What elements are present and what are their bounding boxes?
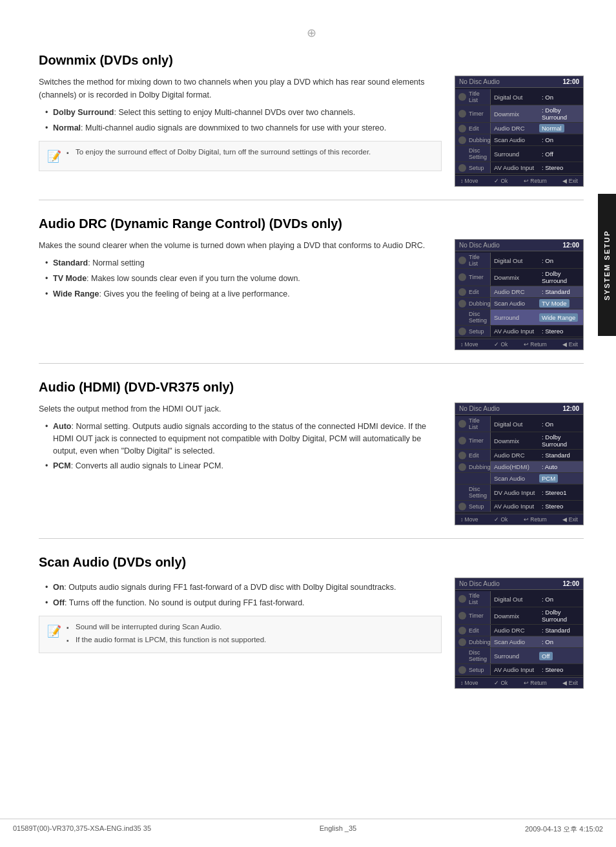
menu-row-content: Audio(HDMI): Auto [491, 461, 583, 472]
menu-row: TimerDownmix: Dolby Surround [455, 105, 583, 123]
menu-row-value-text: : On [539, 596, 553, 603]
menu-footer-item-return: ↩ Return [524, 178, 547, 184]
note-list: Sound will be interrupted during Scan Au… [67, 622, 266, 646]
menu-row-left: Disc Setting [455, 309, 491, 325]
menu-row-left: Timer [455, 432, 491, 449]
menu-row-value-text: : Stereo [539, 164, 563, 171]
menu-row: DubbingScan Audio: On [455, 636, 583, 648]
note-item: If the audio format is LPCM, this functi… [67, 634, 266, 645]
menu-row-value-text: : On [539, 421, 553, 428]
menu-icon [458, 463, 466, 471]
menu-row-content: Audio DRCNormal [491, 123, 583, 134]
menu-row-value-text: TV Mode [539, 299, 570, 308]
bullet-desc: : Normal setting. Outputs audio signals … [53, 422, 426, 455]
menu-row-content: AV Audio Input: Stereo [491, 664, 583, 675]
menu-left-label: Edit [469, 289, 479, 295]
note-icon: 📝 [47, 623, 61, 640]
menu-icon [458, 452, 466, 459]
menu-row-value-text: : Auto [539, 463, 557, 470]
note-list: To enjoy the surround effect of Dolby Di… [67, 147, 371, 158]
bullet-term: Dolby Surround [53, 108, 114, 117]
menu-row-left: Edit [455, 123, 491, 134]
top-decoration: ⊕ [39, 26, 584, 40]
menu-header-time: 12:00 [562, 405, 579, 412]
menu-row: SetupAV Audio Input: Stereo [455, 162, 583, 174]
menu-row-content: Digital Out: On [491, 253, 583, 268]
bullet-desc: : Gives you the feeling of being at a li… [99, 289, 289, 298]
menu-row-left: Timer [455, 607, 491, 624]
bullet-term: Standard [53, 258, 88, 267]
note-item: To enjoy the surround effect of Dolby Di… [67, 147, 371, 158]
menu-row-label-text: Surround [494, 151, 539, 158]
bullet-list: On: Outputs audio signals during FF1 fas… [45, 581, 442, 609]
section-scan-audio: Scan Audio (DVDs only)On: Outputs audio … [39, 555, 584, 702]
menu-row: Title ListDigital Out: On [455, 253, 583, 269]
menu-icon [458, 164, 466, 172]
menu-footer-item-ok: ✓ Ok [494, 178, 508, 184]
section-text: Switches the method for mixing down to t… [39, 76, 442, 171]
menu-row: Scan AudioPCM [455, 473, 583, 485]
menu-icon [458, 503, 466, 510]
menu-row-value-text: : On [539, 257, 553, 264]
menu-row-value-text: : On [539, 136, 553, 143]
menu-row-content: Surround: Off [491, 146, 583, 162]
menu-icon [458, 595, 466, 603]
menu-row-label-text: Scan Audio [494, 136, 539, 143]
sidebar-label: SYSTEM SETUP [603, 230, 611, 300]
footer-right: 2009-04-13 오후 4:15:02 [525, 824, 603, 834]
menu-row-label-text: Scan Audio [494, 638, 539, 645]
menu-footer: ↕ Move✓ Ok↩ Return◀ Exit [455, 677, 583, 688]
menu-row: SetupAV Audio Input: Stereo [455, 326, 583, 337]
menu-row: Disc SettingSurroundWide Range [455, 309, 583, 326]
section-title-audio-hdmi: Audio (HDMI) (DVD-VR375 only) [39, 380, 584, 395]
menu-row-content: Scan AudioTV Mode [491, 298, 583, 309]
menu-row-label-text: Audio(HDMI) [494, 463, 539, 470]
menu-row-left: Edit [455, 625, 491, 636]
menu-row-label-text: Downmix [494, 274, 539, 281]
menu-icon [458, 612, 466, 620]
menu-row: DubbingAudio(HDMI): Auto [455, 461, 583, 473]
menu-left-label: Dubbing [469, 300, 491, 307]
menu-left-label: Timer [469, 110, 484, 117]
menu-footer-item-move: ↕ Move [460, 341, 478, 348]
bullet-item: Wide Range: Gives you the feeling of bei… [45, 288, 442, 300]
menu-row-left: Setup [455, 501, 491, 512]
menu-icon [458, 273, 466, 281]
menu-row: EditAudio DRC: Standard [455, 286, 583, 298]
menu-row-left: Setup [455, 326, 491, 337]
menu-row: DubbingScan AudioTV Mode [455, 298, 583, 309]
bullet-item: Auto: Normal setting. Outputs audio sign… [45, 421, 442, 457]
bullet-desc: : Multi-channel audio signals are downmi… [81, 123, 386, 132]
menu-row-content: Scan Audio: On [491, 636, 583, 647]
bullet-term: Off [53, 598, 65, 607]
menu-row-content: Downmix: Dolby Surround [491, 607, 583, 624]
section-audio-drc: Audio DRC (Dynamic Range Control) (DVDs … [39, 216, 584, 364]
menu-row: DubbingScan Audio: On [455, 134, 583, 146]
menu-left-label: Setup [469, 165, 484, 171]
menu-icon [458, 125, 466, 132]
menu-footer-item-move: ↕ Move [460, 680, 478, 686]
sections-container: Downmix (DVDs only)Switches the method f… [39, 53, 584, 702]
section-body: Switches the method for mixing down to t… [39, 76, 584, 187]
menu-icon [458, 300, 466, 308]
bullet-desc: : Turns off the function. No sound is ou… [65, 598, 305, 607]
menu-row-value-text: : On [539, 94, 553, 101]
menu-icon [458, 110, 466, 118]
section-audio-hdmi: Audio (HDMI) (DVD-VR375 only)Selets the … [39, 380, 584, 539]
bullet-list: Dolby Surround: Select this setting to e… [45, 107, 442, 134]
menu-row: Title ListDigital Out: On [455, 591, 583, 607]
menu-footer-item-exit: ◀ Exit [562, 680, 578, 686]
menu-row-value-text: Off [539, 652, 553, 660]
bullet-item: Normal: Multi-channel audio signals are … [45, 122, 442, 134]
menu-row-value-text: : Dolby Surround [539, 609, 580, 623]
menu-row-value-text: : Off [539, 151, 553, 158]
section-title-scan-audio: Scan Audio (DVDs only) [39, 555, 584, 570]
menu-footer: ↕ Move✓ Ok↩ Return◀ Exit [455, 514, 583, 525]
menu-row-label-text: Downmix [494, 612, 539, 620]
menu-row-left: Dubbing [455, 636, 491, 647]
bullet-item: Off: Turns off the function. No sound is… [45, 597, 442, 609]
menu-panel: No Disc Audio 12:00Title ListDigital Out… [455, 76, 584, 187]
section-body: Makes the sound clearer when the volume … [39, 239, 584, 350]
menu-left-label: Title List [469, 592, 487, 605]
menu-icon [458, 437, 466, 444]
